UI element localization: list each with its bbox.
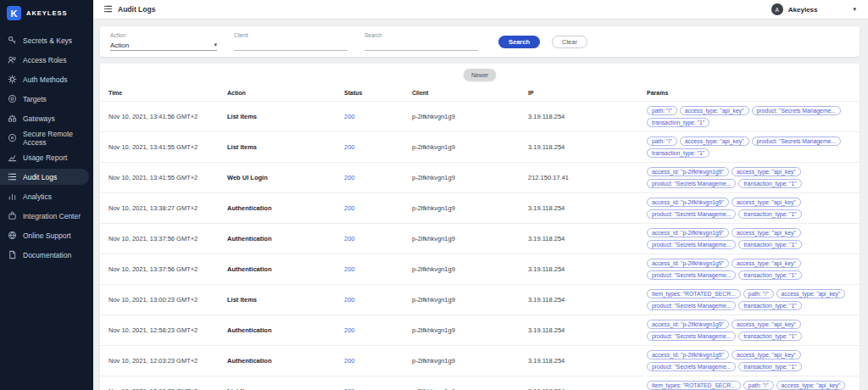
action-filter-label: Action [110, 32, 217, 38]
gear-icon [8, 75, 17, 84]
param-chip: access_id: "p-2ifkhkvgn1g9" [647, 228, 729, 237]
table-row[interactable]: Nov 10, 2021, 13:41:56 GMT+2List Items20… [100, 101, 860, 131]
param-chip: transaction_type: "1" [738, 240, 801, 249]
time-cell: Nov 10, 2021, 13:41:55 GMT+2 [108, 140, 227, 154]
sidebar-item-online-support[interactable]: Online Support [0, 227, 89, 243]
sidebar-nav: Secrets & KeysAccess RolesAuth MethodsTa… [0, 32, 93, 263]
ip-cell: 3.19.118.254 [528, 354, 647, 368]
ip-cell: 3.19.118.254 [528, 140, 647, 154]
action-cell: Authentication [227, 354, 344, 368]
param-chip: path: "/" [743, 289, 774, 298]
sidebar-item-integration-center[interactable]: Integration Center [0, 208, 89, 224]
status-cell[interactable]: 200 [344, 323, 412, 337]
status-cell[interactable]: 200 [344, 354, 412, 368]
params-cell: path: "/"access_type: "api_key"product: … [647, 132, 851, 162]
sidebar-item-targets[interactable]: Targets [0, 91, 89, 107]
status-cell[interactable]: 200 [344, 140, 412, 154]
search-input[interactable] [364, 40, 478, 51]
newer-button[interactable]: Newer [464, 69, 496, 81]
brand[interactable]: K AKEYLESS [0, 0, 93, 29]
status-cell[interactable]: 200 [344, 292, 412, 307]
table-row[interactable]: Nov 10, 2021, 13:00:23 GMT+2List Items20… [100, 284, 860, 315]
param-chip: product: "Secrets Manageme... [647, 332, 736, 341]
action-filter: Action Action ▾ [110, 32, 217, 51]
sidebar-item-label: Analytics [23, 192, 52, 201]
sidebar: K AKEYLESS Secrets & KeysAccess RolesAut… [0, 0, 93, 390]
user-name: Akeyless [788, 6, 818, 14]
time-cell: Nov 10, 2021, 12:00:23 GMT+2 [108, 384, 227, 390]
action-cell: Authentication [227, 201, 344, 215]
sidebar-item-secrets-keys[interactable]: Secrets & Keys [0, 32, 89, 48]
search-filter-label: Search [364, 32, 478, 38]
column-header-ip: IP [528, 90, 647, 96]
search-button[interactable]: Search [498, 36, 540, 48]
table-row[interactable]: Nov 10, 2021, 12:58:23 GMT+2Authenticati… [100, 315, 860, 345]
param-chip: access_id: "p-2ifkhkvgn1g9" [647, 167, 729, 176]
users-icon [8, 55, 17, 64]
gateway-icon [8, 114, 17, 123]
remote-access-icon [8, 133, 17, 142]
ip-cell: 3.19.118.254 [528, 323, 647, 337]
sidebar-item-documentation[interactable]: Documentation [0, 247, 89, 263]
param-chip: product: "Secrets Manageme... [647, 209, 736, 219]
table-row[interactable]: Nov 10, 2021, 13:37:56 GMT+2Authenticati… [100, 254, 860, 284]
chevron-down-icon: ▾ [214, 42, 217, 48]
param-chip: access_type: "api_key" [732, 167, 801, 176]
time-cell: Nov 10, 2021, 13:41:55 GMT+2 [108, 170, 227, 185]
sidebar-item-audit-logs[interactable]: Audit Logs [0, 169, 89, 185]
param-chip: access_id: "p-2ifkhkvgn1g9" [647, 350, 729, 359]
table-row[interactable]: Nov 10, 2021, 12:03:23 GMT+2Authenticati… [100, 345, 860, 376]
table-row[interactable]: Nov 10, 2021, 12:00:23 GMT+2List Items20… [100, 376, 860, 390]
sidebar-item-label: Usage Report [23, 153, 67, 162]
param-chip: product: "Secrets Manageme... [752, 136, 841, 146]
status-cell[interactable]: 200 [344, 231, 412, 246]
sidebar-item-label: Integration Center [23, 212, 81, 220]
param-chip: access_type: "api_key" [732, 350, 801, 359]
client-filter-label: Client [234, 32, 348, 38]
param-chip: access_id: "p-2ifkhkvgn1g9" [647, 259, 729, 268]
ip-cell: 3.19.118.254 [528, 231, 647, 246]
sidebar-item-auth-methods[interactable]: Auth Methods [0, 71, 89, 87]
client-cell: p-2ifkhkvgn1g9 [412, 231, 528, 246]
param-chip: transaction_type: "1" [738, 179, 801, 188]
param-chip: access_type: "api_key" [776, 381, 846, 390]
status-cell[interactable]: 200 [344, 201, 412, 215]
client-input[interactable] [234, 40, 348, 51]
sidebar-item-access-roles[interactable]: Access Roles [0, 52, 89, 68]
status-cell[interactable]: 200 [344, 384, 412, 390]
filter-bar: Action Action ▾ Client Search Search Cle… [100, 26, 860, 57]
main-area: Audit Logs A Akeyless ▾ Action Action ▾ … [93, 0, 868, 390]
params-cell: access_id: "p-2ifkhkvgn1g9"access_type: … [647, 254, 851, 284]
status-cell[interactable]: 200 [344, 170, 412, 185]
params-cell: item_types: "ROTATED_SECR...path: "/"acc… [647, 285, 851, 315]
sidebar-item-gateways[interactable]: Gateways [0, 110, 89, 126]
status-cell[interactable]: 200 [344, 262, 412, 276]
sidebar-item-label: Secure Remote Access [23, 130, 89, 147]
param-chip: access_type: "api_key" [732, 259, 801, 268]
user-menu[interactable]: A Akeyless ▾ [771, 3, 856, 15]
clear-button[interactable]: Clear [552, 36, 587, 48]
table-row[interactable]: Nov 10, 2021, 13:37:56 GMT+2Authenticati… [100, 223, 860, 254]
param-chip: product: "Secrets Manageme... [647, 270, 736, 280]
column-header-status: Status [344, 90, 412, 96]
search-filter: Search [364, 32, 478, 51]
sidebar-item-analytics[interactable]: Analytics [0, 188, 89, 204]
table-row[interactable]: Nov 10, 2021, 13:41:55 GMT+2List Items20… [100, 131, 860, 162]
status-cell[interactable]: 200 [344, 109, 412, 124]
table-row[interactable]: Nov 10, 2021, 13:38:27 GMT+2Authenticati… [100, 192, 860, 223]
table-row[interactable]: Nov 10, 2021, 13:41:55 GMT+2Web UI Login… [100, 162, 860, 192]
sidebar-item-usage-report[interactable]: Usage Report [0, 149, 89, 165]
sidebar-item-secure-remote-access[interactable]: Secure Remote Access [0, 130, 89, 146]
param-chip: access_type: "api_key" [680, 136, 749, 146]
client-cell: p-2ifkhkvgn1g9 [412, 262, 528, 276]
page-header: Audit Logs [103, 2, 155, 17]
ip-cell: 212.150.17.41 [528, 170, 647, 185]
params-cell: access_id: "p-2ifkhkvgn1g9"access_type: … [647, 224, 851, 254]
time-cell: Nov 10, 2021, 12:03:23 GMT+2 [108, 354, 227, 368]
audit-logs-icon [103, 2, 113, 17]
action-select[interactable]: Action ▾ [110, 40, 217, 51]
param-chip: access_type: "api_key" [732, 228, 801, 237]
param-chip: path: "/" [647, 136, 677, 146]
action-select-value: Action [110, 42, 129, 49]
column-header-params: Params [647, 90, 851, 96]
